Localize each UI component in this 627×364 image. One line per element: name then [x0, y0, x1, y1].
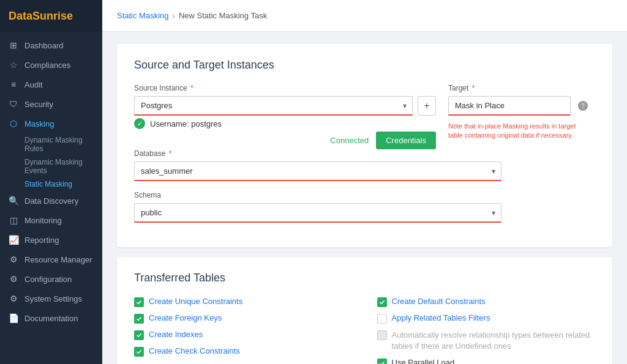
sidebar-label-data-discovery: Data Discovery	[24, 196, 78, 206]
sidebar-item-reporting[interactable]: 📈 Reporting	[0, 230, 102, 250]
checkbox-related-filters: Apply Related Tables Filters	[377, 313, 596, 324]
checkbox-auto-resolve: Automatically resolve relationship types…	[377, 330, 596, 352]
schema-select-wrapper: public	[134, 203, 501, 223]
sidebar-item-resource-manager[interactable]: ⚙ Resource Manager	[0, 250, 102, 269]
sidebar-label-resource-manager: Resource Manager	[24, 255, 92, 264]
target-input-row: ?	[448, 96, 595, 116]
documentation-icon: 📄	[9, 313, 18, 323]
username-text: Username: postgres	[150, 119, 222, 128]
sidebar-label-masking: Masking	[24, 119, 54, 128]
schema-select[interactable]: public	[134, 203, 501, 223]
sidebar-label-compliances: Compliances	[24, 61, 70, 70]
target-label: Target *	[448, 84, 595, 92]
cb-related-icon[interactable]	[377, 314, 387, 324]
cb-default-icon[interactable]	[377, 297, 387, 307]
source-col: Source Instance * Postgres +	[134, 84, 436, 149]
connected-status: Connected	[330, 136, 369, 145]
target-col: Target * ? Note that in-place Masking re…	[448, 84, 595, 141]
reporting-icon: 📈	[9, 235, 18, 245]
schema-label: Schema	[134, 191, 595, 199]
sidebar-sublabel-dynamic-rules: Dynamic Masking Rules	[24, 136, 83, 153]
sidebar-nav: ⊞ Dashboard ☆ Compliances ≡ Audit 🛡 Secu…	[0, 32, 102, 364]
compliances-icon: ☆	[9, 60, 18, 70]
sidebar-sublabel-static: Static Masking	[24, 180, 72, 188]
sidebar-label-configuration: Configuration	[24, 275, 72, 284]
cb-foreign-icon[interactable]	[134, 314, 144, 324]
database-select[interactable]: sales_summer	[134, 162, 501, 181]
credentials-button[interactable]: Credentials	[376, 132, 436, 149]
dashboard-icon: ⊞	[9, 40, 18, 50]
transferred-right-col: Create Default Constraints Apply Related…	[377, 297, 596, 364]
sidebar-item-configuration[interactable]: ⚙ Configuration	[0, 269, 102, 289]
cb-autoresolve-icon	[377, 330, 387, 340]
cb-unique-label: Create Unique Constraints	[149, 297, 242, 306]
database-label: Database *	[134, 149, 595, 158]
transferred-left-col: Create Unique Constraints Create Foreign…	[134, 297, 353, 364]
cb-check-icon[interactable]	[134, 347, 144, 357]
cb-parallel-icon[interactable]	[377, 358, 387, 364]
target-note: Note that in-place Masking results in ta…	[448, 122, 583, 141]
content-area: Source and Target Instances Source Insta…	[102, 32, 627, 364]
cb-unique-icon[interactable]	[134, 297, 144, 307]
sidebar-label-system-settings: System Settings	[24, 294, 82, 303]
cb-foreign-label: Create Foreign Keys	[149, 313, 222, 322]
breadcrumb-link[interactable]: Static Masking	[117, 11, 169, 20]
monitoring-icon: ◫	[9, 215, 18, 225]
sidebar-label-monitoring: Monitoring	[24, 216, 62, 225]
transferred-title: Transferred Tables	[134, 272, 595, 284]
breadcrumb-separator: ›	[173, 11, 175, 20]
sidebar-item-system-settings[interactable]: ⚙ System Settings	[0, 289, 102, 308]
source-select-wrapper: Postgres	[134, 96, 413, 116]
configuration-icon: ⚙	[9, 274, 18, 284]
connected-check-icon: ✓	[134, 118, 145, 129]
checkbox-foreign-keys: Create Foreign Keys	[134, 313, 353, 324]
main-area: Static Masking › New Static Masking Task…	[102, 0, 627, 364]
security-icon: 🛡	[9, 99, 18, 109]
sidebar-item-audit[interactable]: ≡ Audit	[0, 75, 102, 94]
topbar: Static Masking › New Static Masking Task	[102, 0, 627, 32]
sidebar-item-data-discovery[interactable]: 🔍 Data Discovery	[0, 191, 102, 210]
source-instance-label: Source Instance *	[134, 84, 436, 92]
sidebar-label-documentation: Documentation	[24, 314, 78, 323]
checkbox-indexes: Create Indexes	[134, 330, 353, 340]
target-input[interactable]	[448, 96, 571, 116]
breadcrumb: Static Masking › New Static Masking Task	[117, 11, 267, 20]
sidebar-item-documentation[interactable]: 📄 Documentation	[0, 308, 102, 328]
sidebar-label-reporting: Reporting	[24, 236, 59, 245]
cb-related-label: Apply Related Tables Filters	[392, 313, 490, 322]
transferred-tables-card: Transferred Tables Create Unique Constra…	[117, 257, 612, 364]
cb-indexes-icon[interactable]	[134, 330, 144, 340]
username-row: ✓ Username: postgres	[134, 118, 436, 129]
sidebar-subitem-static[interactable]: Static Masking	[0, 177, 102, 191]
masking-icon: ⬡	[9, 119, 18, 128]
source-target-row: Source Instance * Postgres +	[134, 84, 595, 149]
source-input-row: Postgres +	[134, 96, 436, 116]
cb-parallel-label: Use Parallel Load	[392, 358, 455, 364]
add-source-button[interactable]: +	[418, 96, 436, 116]
logo-data: Data	[9, 10, 32, 22]
source-target-title: Source and Target Instances	[134, 59, 595, 72]
sidebar-item-monitoring[interactable]: ◫ Monitoring	[0, 210, 102, 230]
database-select-wrapper: sales_summer	[134, 162, 501, 181]
sidebar-item-security[interactable]: 🛡 Security	[0, 94, 102, 114]
status-row: Connected Credentials	[134, 132, 436, 149]
cb-autoresolve-label: Automatically resolve relationship types…	[392, 330, 596, 352]
source-target-card: Source and Target Instances Source Insta…	[117, 44, 612, 247]
checkbox-parallel-load: Use Parallel Load	[377, 358, 596, 364]
transferred-grid: Create Unique Constraints Create Foreign…	[134, 297, 595, 364]
schema-row: Schema public	[134, 191, 595, 223]
sidebar-item-masking[interactable]: ⬡ Masking	[0, 114, 102, 133]
checkbox-check-constraints: Create Check Constraints	[134, 346, 353, 357]
sidebar-label-dashboard: Dashboard	[24, 41, 64, 50]
sidebar-subitem-dynamic-events[interactable]: Dynamic Masking Events	[0, 155, 102, 177]
target-group: Target * ? Note that in-place Masking re…	[448, 84, 595, 141]
target-help-icon[interactable]: ?	[578, 101, 588, 111]
sidebar-item-compliances[interactable]: ☆ Compliances	[0, 55, 102, 75]
sidebar: DataSunrise ⊞ Dashboard ☆ Compliances ≡ …	[0, 0, 102, 364]
sidebar-item-dashboard[interactable]: ⊞ Dashboard	[0, 35, 102, 55]
data-discovery-icon: 🔍	[9, 196, 18, 206]
source-instance-select[interactable]: Postgres	[134, 96, 413, 116]
sidebar-subitem-dynamic-rules[interactable]: Dynamic Masking Rules	[0, 133, 102, 155]
checkbox-default-constraints: Create Default Constraints	[377, 297, 596, 307]
breadcrumb-current: New Static Masking Task	[179, 11, 267, 20]
